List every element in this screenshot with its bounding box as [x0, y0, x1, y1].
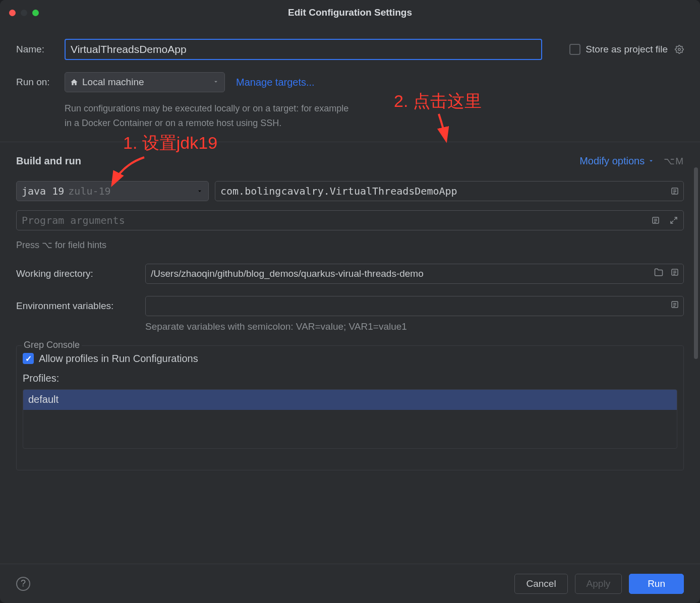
- program-arguments-placeholder: Program arguments: [22, 214, 125, 226]
- close-window-button[interactable]: [9, 10, 16, 16]
- cancel-button[interactable]: Cancel: [514, 574, 567, 594]
- dialog-body: Name: Store as project file Run on: Loca…: [0, 25, 700, 564]
- run-on-value: Local machine: [82, 77, 144, 88]
- scrollbar[interactable]: [694, 167, 698, 359]
- jdk-select[interactable]: java 19 zulu-19: [16, 181, 209, 201]
- annotation-2: 2. 点击这里: [394, 90, 482, 113]
- chevron-down-icon: [648, 157, 655, 164]
- store-as-project-file[interactable]: Store as project file: [569, 44, 684, 55]
- allow-profiles-checkbox[interactable]: [23, 353, 34, 364]
- allow-profiles-row[interactable]: Allow profiles in Run Configurations: [23, 353, 677, 365]
- chevron-down-icon: [196, 185, 203, 197]
- manage-targets-link[interactable]: Manage targets...: [236, 77, 315, 88]
- list-icon[interactable]: [670, 187, 679, 196]
- folder-icon[interactable]: [654, 268, 663, 279]
- store-checkbox[interactable]: [569, 44, 580, 55]
- run-on-hint: Run configurations may be executed local…: [65, 101, 352, 131]
- annotation-1: 1. 设置jdk19: [123, 132, 217, 155]
- env-hint: Separate variables with semicolon: VAR=v…: [145, 321, 684, 332]
- store-label: Store as project file: [586, 44, 668, 55]
- field-hints: Press ⌥ for field hints: [16, 239, 684, 251]
- grep-console-fieldset: Grep Console Allow profiles in Run Confi…: [16, 345, 684, 470]
- name-input[interactable]: [65, 39, 542, 60]
- help-button[interactable]: ?: [16, 577, 30, 591]
- grep-console-legend: Grep Console: [22, 340, 82, 350]
- working-directory-row: Working directory: /Users/zhaoqin/github…: [16, 264, 684, 284]
- modify-options-label: Modify options: [579, 155, 645, 167]
- profiles-label: Profiles:: [23, 373, 677, 384]
- jdk-vendor: zulu-19: [68, 185, 110, 197]
- jdk-name: java 19: [22, 185, 64, 197]
- jdk-row: java 19 zulu-19 com.bolingcavalry.Virtua…: [16, 181, 684, 201]
- traffic-lights: [9, 10, 39, 16]
- list-icon[interactable]: [651, 216, 660, 225]
- svg-point-0: [678, 48, 681, 51]
- modify-options-shortcut: ⌥M: [664, 155, 684, 167]
- build-and-run-title: Build and run: [16, 155, 81, 167]
- main-class-value: com.bolingcavalry.VirtualThreadsDemoApp: [220, 185, 457, 197]
- main-class-input[interactable]: com.bolingcavalry.VirtualThreadsDemoApp: [215, 181, 684, 201]
- working-directory-input[interactable]: /Users/zhaoqin/github/blog_demos/quarkus…: [145, 264, 684, 284]
- working-directory-label: Working directory:: [16, 268, 145, 279]
- profiles-list[interactable]: default: [23, 389, 677, 449]
- run-on-label: Run on:: [16, 77, 65, 88]
- minimize-window-button[interactable]: [21, 10, 27, 16]
- dialog-footer: ? Cancel Apply Run: [0, 564, 700, 603]
- divider: [0, 142, 700, 142]
- run-on-select[interactable]: Local machine: [65, 72, 225, 92]
- name-label: Name:: [16, 44, 65, 55]
- env-variables-input[interactable]: [145, 296, 684, 316]
- run-on-row: Run on: Local machine Manage targets...: [16, 72, 684, 92]
- env-variables-row: Environment variables:: [16, 296, 684, 316]
- profile-item[interactable]: default: [23, 390, 677, 410]
- dialog-window: Edit Configuration Settings Name: Store …: [0, 0, 700, 603]
- list-icon[interactable]: [670, 300, 679, 312]
- program-arguments-input[interactable]: Program arguments: [16, 210, 684, 230]
- build-and-run-header: Build and run Modify options ⌥M: [16, 155, 684, 167]
- modify-options-link[interactable]: Modify options: [579, 155, 655, 167]
- expand-icon[interactable]: [669, 216, 678, 225]
- arrow-icon: [424, 112, 454, 143]
- gear-icon[interactable]: [675, 45, 684, 54]
- list-icon[interactable]: [670, 268, 679, 279]
- apply-button[interactable]: Apply: [575, 574, 622, 594]
- window-title: Edit Configuration Settings: [0, 7, 700, 18]
- name-row: Name: Store as project file: [16, 39, 684, 60]
- home-icon: [70, 78, 78, 86]
- allow-profiles-label: Allow profiles in Run Configurations: [39, 353, 198, 365]
- env-variables-label: Environment variables:: [16, 300, 145, 312]
- titlebar: Edit Configuration Settings: [0, 0, 700, 25]
- run-button[interactable]: Run: [629, 574, 684, 594]
- chevron-down-icon: [212, 77, 219, 88]
- working-directory-value: /Users/zhaoqin/github/blog_demos/quarkus…: [151, 268, 424, 279]
- maximize-window-button[interactable]: [32, 10, 39, 16]
